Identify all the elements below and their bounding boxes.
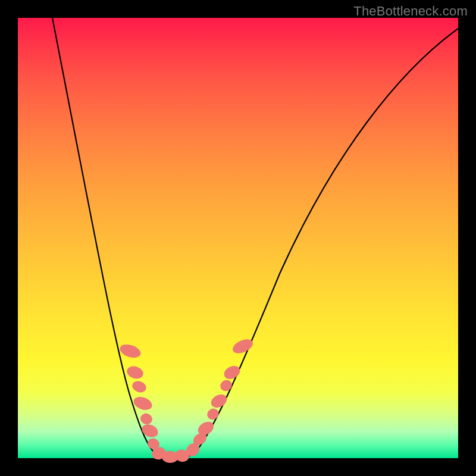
bead: [205, 406, 221, 422]
bead: [132, 394, 154, 412]
bead: [131, 379, 148, 394]
bead: [118, 342, 142, 360]
curve-beads: [118, 336, 255, 463]
bottleneck-curve: [52, 18, 458, 458]
bead: [209, 392, 229, 411]
bead: [218, 378, 234, 393]
chart-plot-area: [18, 18, 458, 458]
bead: [222, 364, 242, 381]
bead: [140, 422, 160, 440]
watermark-text: TheBottleneck.com: [353, 4, 468, 19]
bead: [230, 336, 255, 356]
bead: [139, 412, 154, 426]
bottleneck-curve-chart: [18, 18, 458, 458]
bead: [126, 364, 145, 381]
